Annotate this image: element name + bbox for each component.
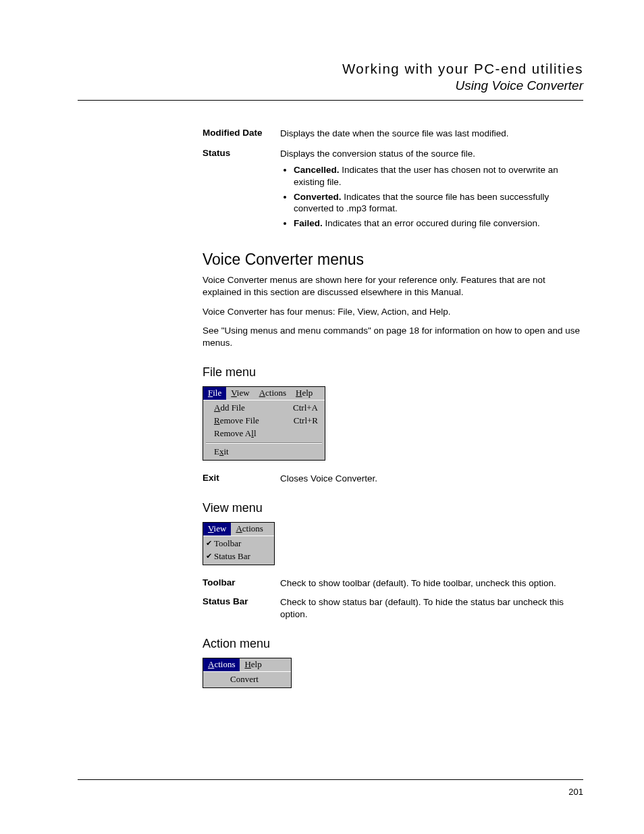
file-menu-dropdown: Add File Ctrl+A Remove File Ctrl+R Remov…: [203, 400, 325, 460]
file-menu-exit[interactable]: Exit: [205, 446, 323, 459]
view-menu-screenshot: View Actions Toolbar Status Bar: [203, 522, 275, 565]
desc-statusbar: Check to show status bar (default). To h…: [280, 596, 583, 621]
status-intro: Displays the conversion status of the so…: [280, 149, 475, 159]
header-rule: [78, 100, 583, 101]
definition-modified-date: Modified Date Displays the date when the…: [203, 128, 583, 140]
heading-voice-converter-menus: Voice Converter menus: [203, 251, 583, 269]
desc-modified-date: Displays the date when the source file w…: [280, 128, 583, 140]
file-menu-bar: File View Actions Help: [203, 387, 325, 400]
page-number: 201: [568, 787, 583, 797]
action-menu-dropdown: Convert: [203, 671, 291, 687]
menubar-file-active[interactable]: File: [203, 387, 226, 400]
status-converted-label: Converted.: [294, 192, 342, 202]
menubar-actions[interactable]: Actions: [254, 387, 291, 400]
para-intro-2: Voice Converter has four menus: File, Vi…: [203, 306, 583, 318]
heading-view-menu: View menu: [203, 501, 583, 515]
view-menu-dropdown: Toolbar Status Bar: [203, 536, 274, 565]
para-intro-3: See "Using menus and menu commands" on p…: [203, 325, 583, 349]
file-menu-remove-file[interactable]: Remove File Ctrl+R: [205, 415, 323, 427]
status-list: Cancelled. Indicates that the user has c…: [280, 164, 583, 229]
status-failed-text: Indicates that an error occured during f…: [323, 218, 540, 228]
para-intro-1: Voice Converter menus are shown here for…: [203, 274, 583, 298]
menubar-help[interactable]: Help: [291, 387, 317, 400]
desc-exit: Closes Voice Converter.: [280, 473, 583, 485]
desc-toolbar: Check to show toolbar (default). To hide…: [280, 577, 583, 590]
menubar-actions-active[interactable]: Actions: [203, 658, 240, 671]
term-toolbar: Toolbar: [203, 577, 280, 590]
definition-status: Status Displays the conversion status of…: [203, 148, 583, 232]
term-status: Status: [203, 148, 280, 232]
term-modified-date: Modified Date: [203, 128, 280, 140]
definition-exit: Exit Closes Voice Converter.: [203, 473, 583, 485]
status-failed-label: Failed.: [294, 218, 323, 228]
header-section: Using Voice Converter: [196, 78, 583, 93]
file-menu-add-shortcut: Ctrl+A: [293, 402, 318, 414]
menubar-view-active[interactable]: View: [203, 523, 231, 536]
menubar-actions-2[interactable]: Actions: [231, 523, 267, 536]
status-item-cancelled: Cancelled. Indicates that the user has c…: [294, 164, 583, 188]
file-menu-add-file[interactable]: Add File Ctrl+A: [205, 402, 323, 415]
desc-status: Displays the conversion status of the so…: [280, 148, 583, 232]
file-menu-remove-all[interactable]: Remove All: [205, 427, 323, 440]
definition-statusbar: Status Bar Check to show status bar (def…: [203, 596, 583, 621]
header-chapter: Working with your PC-end utilities: [196, 61, 583, 77]
status-item-failed: Failed. Indicates that an error occured …: [294, 217, 583, 230]
menubar-view[interactable]: View: [226, 387, 254, 400]
term-statusbar: Status Bar: [203, 596, 280, 621]
status-item-converted: Converted. Indicates that the source fil…: [294, 191, 583, 215]
term-exit: Exit: [203, 473, 280, 485]
heading-action-menu: Action menu: [203, 637, 583, 651]
heading-file-menu: File menu: [203, 365, 583, 380]
action-menu-bar: Actions Help: [203, 658, 291, 671]
view-menu-toolbar[interactable]: Toolbar: [205, 538, 273, 550]
file-menu-screenshot: File View Actions Help Add File Ctrl+A R…: [203, 386, 325, 460]
view-menu-statusbar[interactable]: Status Bar: [205, 550, 273, 563]
action-menu-convert[interactable]: Convert: [205, 673, 290, 686]
footer-rule: [78, 779, 583, 780]
file-menu-remove-shortcut: Ctrl+R: [294, 415, 318, 427]
definition-toolbar: Toolbar Check to show toolbar (default).…: [203, 577, 583, 590]
view-menu-bar: View Actions: [203, 523, 274, 536]
file-menu-separator: [206, 442, 322, 444]
status-cancelled-label: Cancelled.: [294, 165, 340, 175]
menubar-help-2[interactable]: Help: [240, 658, 266, 671]
action-menu-screenshot: Actions Help Convert: [203, 658, 292, 688]
